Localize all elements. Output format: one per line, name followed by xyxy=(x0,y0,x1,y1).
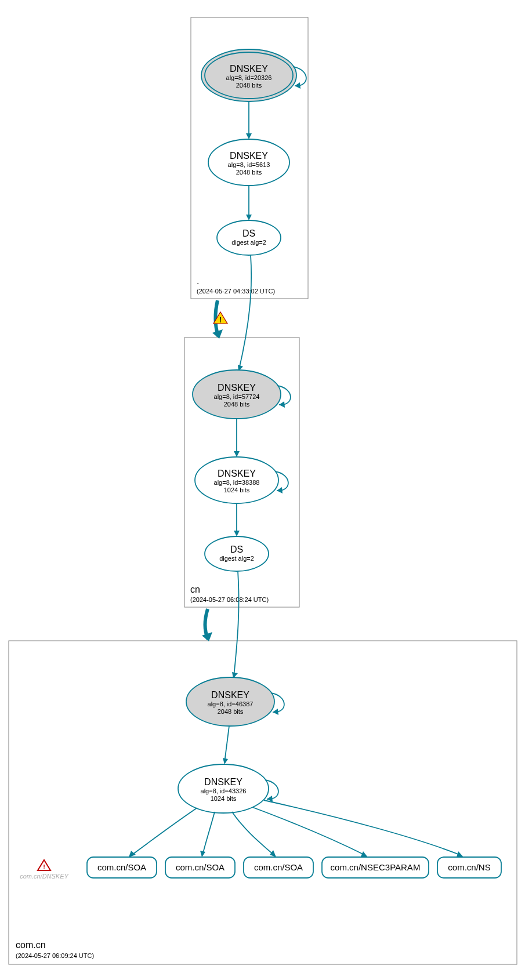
node-root-ksk-alg: alg=8, id=20326 xyxy=(226,74,272,81)
node-root-ds-alg: digest alg=2 xyxy=(231,239,266,246)
node-cn-ds-alg: digest alg=2 xyxy=(219,555,254,562)
zone-label-root: . xyxy=(197,276,199,286)
self-loop-comcn-ksk-head xyxy=(273,709,278,715)
node-cn-ds-title: DS xyxy=(230,545,243,554)
edge-zsk-ns-head xyxy=(457,851,463,857)
rrset-soa3-text: com.cn/SOA xyxy=(254,862,303,872)
node-root-zsk-bits: 2048 bits xyxy=(236,169,262,176)
faded-dnskey-label: com.cn/DNSKEY xyxy=(20,873,68,880)
self-loop-cn-zsk-head xyxy=(277,487,283,493)
edge-root-zsk-ds-head xyxy=(246,215,252,220)
zone-timestamp-root: (2024-05-27 04:33:02 UTC) xyxy=(197,288,275,295)
edge-zsk-nsec3 xyxy=(252,807,365,855)
node-comcn-ksk-title: DNSKEY xyxy=(211,690,249,700)
edge-zsk-ns xyxy=(264,800,461,855)
node-root-ksk-title: DNSKEY xyxy=(230,64,268,74)
rrset-soa2-text: com.cn/SOA xyxy=(176,862,225,872)
edge-cn-zsk-ds-head xyxy=(234,531,240,536)
edge-cn-ksk-zsk-head xyxy=(234,451,240,457)
node-root-zsk-title: DNSKEY xyxy=(230,151,268,161)
rrset-soa1-text: com.cn/SOA xyxy=(97,862,146,872)
self-loop-root-ksk-head xyxy=(295,82,300,89)
edge-zsk-soa1 xyxy=(131,808,197,856)
zone-label-comcn: com.cn xyxy=(16,940,46,950)
edge-zsk-soa3-head xyxy=(270,850,276,857)
zone-label-cn: cn xyxy=(190,585,200,594)
node-root-zsk-alg: alg=8, id=5613 xyxy=(228,161,270,168)
edge-zsk-soa2-head xyxy=(200,851,205,857)
zone-timestamp-cn: (2024-05-27 06:08:24 UTC) xyxy=(190,596,269,603)
edge-comcn-ksk-zsk xyxy=(225,726,229,763)
self-loop-cn-ksk-head xyxy=(279,401,285,408)
node-cn-ksk-title: DNSKEY xyxy=(218,383,256,393)
node-comcn-zsk-bits: 1024 bits xyxy=(211,795,237,802)
error-icon: ! xyxy=(38,860,50,870)
node-comcn-zsk-alg: alg=8, id=43326 xyxy=(201,787,247,794)
node-root-ksk-bits: 2048 bits xyxy=(236,82,262,89)
node-cn-zsk-bits: 1024 bits xyxy=(224,487,250,493)
edge-comcn-ksk-zsk-head xyxy=(223,758,228,764)
rrset-ns-text: com.cn/NS xyxy=(448,862,490,872)
edge-zsk-soa2 xyxy=(202,812,215,855)
svg-text:!: ! xyxy=(43,863,45,870)
node-cn-ksk-alg: alg=8, id=57724 xyxy=(214,393,260,400)
edge-root-ds-cn-ksk xyxy=(239,255,251,369)
zone-timestamp-comcn: (2024-05-27 06:09:24 UTC) xyxy=(16,952,94,959)
node-cn-zsk-title: DNSKEY xyxy=(218,469,256,478)
node-comcn-zsk-title: DNSKEY xyxy=(204,777,242,787)
edge-zsk-soa1-head xyxy=(129,851,136,857)
node-cn-ksk-bits: 2048 bits xyxy=(224,401,250,408)
node-cn-zsk-alg: alg=8, id=38388 xyxy=(214,479,260,486)
node-comcn-ksk-bits: 2048 bits xyxy=(218,708,244,715)
edge-root-ksk-zsk-head xyxy=(246,133,252,139)
node-root-ds-title: DS xyxy=(242,228,255,238)
rrset-nsec3param-text: com.cn/NSEC3PARAM xyxy=(331,862,421,872)
edge-zsk-soa3 xyxy=(232,812,274,855)
node-comcn-ksk-alg: alg=8, id=46387 xyxy=(208,700,254,707)
svg-text:!: ! xyxy=(219,316,222,324)
edge-cn-ds-comcn-ksk xyxy=(234,571,239,677)
